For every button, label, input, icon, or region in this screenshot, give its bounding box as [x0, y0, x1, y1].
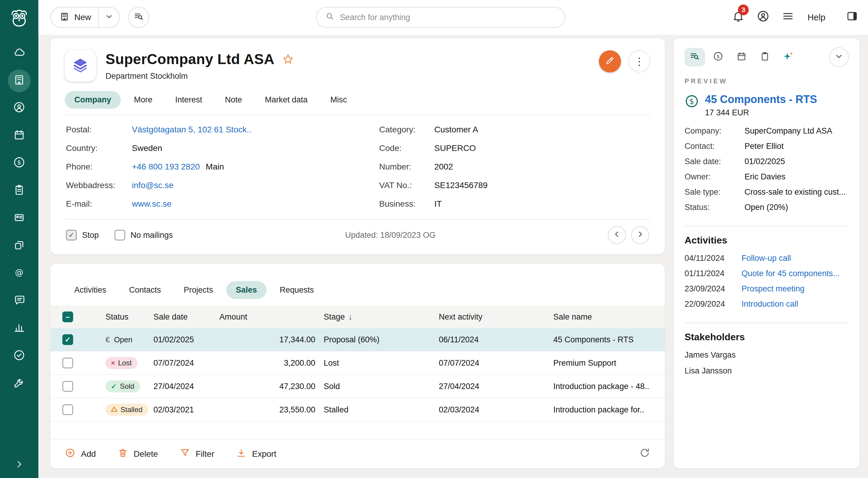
- panel-tab-calendar[interactable]: [731, 48, 752, 67]
- tab-activities[interactable]: Activities: [65, 281, 116, 299]
- new-dropdown-button[interactable]: [98, 7, 119, 27]
- activity-link[interactable]: Follow-up call: [742, 254, 791, 263]
- tab-projects[interactable]: Projects: [174, 281, 223, 299]
- status-cell: ✓Sold: [96, 380, 153, 392]
- tab-company[interactable]: Company: [65, 91, 121, 109]
- sale-type-value: Cross-sale to existing cust...: [745, 187, 849, 197]
- field-label: E-mail:: [66, 199, 132, 209]
- sidebar-item-settings[interactable]: [8, 373, 31, 395]
- sidebar-item-companies[interactable]: [8, 69, 31, 92]
- refresh-icon: [639, 447, 650, 460]
- sidebar-item-contacts[interactable]: [8, 97, 31, 120]
- column-header-sale-name[interactable]: Sale name: [552, 312, 653, 322]
- activity-link[interactable]: Prospect meeting: [742, 284, 804, 294]
- previous-record-button[interactable]: [608, 226, 626, 244]
- column-header-stage[interactable]: Stage↓: [315, 312, 435, 322]
- table-row[interactable]: ✓Sold 27/04/2024 47,230.00 Sold 27/04/20…: [50, 375, 665, 398]
- email-link[interactable]: www.sc.se: [132, 199, 172, 209]
- row-checkbox[interactable]: [62, 404, 73, 415]
- row-checkbox[interactable]: ✓: [62, 334, 73, 345]
- sidebar-expand-button[interactable]: [14, 459, 25, 472]
- webaddress-link[interactable]: info@sc.se: [132, 181, 174, 190]
- find-button[interactable]: [128, 7, 149, 28]
- next-activity-cell: 07/07/2024: [435, 358, 552, 368]
- company-title: SuperCompany Ltd ASA: [105, 51, 275, 67]
- edit-button[interactable]: [599, 50, 621, 72]
- notifications-button[interactable]: 3: [732, 10, 745, 25]
- contact-link[interactable]: Peter Elliot: [745, 142, 849, 151]
- ellipsis-vertical-icon: ⋮: [634, 56, 644, 67]
- column-header-next-activity[interactable]: Next activity: [435, 312, 552, 322]
- account-button[interactable]: [756, 9, 770, 25]
- company-subtitle: Department Stockholm: [105, 72, 294, 81]
- column-header-amount[interactable]: Amount: [219, 312, 315, 322]
- topbar-right: 3 Help: [732, 9, 859, 25]
- table-row[interactable]: ✓ €Open 01/02/2025 17,344.00 Proposal (6…: [50, 328, 665, 352]
- menu-button[interactable]: [782, 10, 794, 25]
- column-header-sale-date[interactable]: Sale date: [153, 312, 219, 322]
- sidebar-item-marketing[interactable]: [8, 345, 31, 368]
- code-value: SUPERCO: [434, 143, 476, 153]
- delete-button[interactable]: Delete: [118, 447, 158, 460]
- sidebar-item-projects[interactable]: [8, 180, 31, 202]
- tab-sales[interactable]: Sales: [226, 281, 267, 299]
- column-header-status[interactable]: Status: [96, 312, 153, 322]
- refresh-button[interactable]: [639, 447, 650, 460]
- table-row[interactable]: Stalled 02/03/2021 23,550.00 Stalled 02/…: [50, 398, 665, 422]
- tab-misc[interactable]: Misc: [321, 91, 357, 109]
- select-all-checkbox[interactable]: –: [62, 311, 73, 322]
- help-link[interactable]: Help: [807, 12, 826, 23]
- sidebar-item-diary[interactable]: [8, 125, 31, 147]
- section-tabs: Activities Contacts Projects Sales Reque…: [50, 273, 665, 306]
- sale-fields: Company:SuperCompany Ltd ASA Contact:Pet…: [685, 126, 849, 218]
- sidebar-item-dashboard[interactable]: [8, 42, 31, 65]
- activity-link[interactable]: Introduction call: [742, 300, 798, 309]
- panel-toggle-button[interactable]: [846, 10, 859, 25]
- search-box[interactable]: [316, 7, 565, 28]
- sidebar-item-sales[interactable]: $: [8, 152, 31, 175]
- next-record-button[interactable]: [631, 226, 649, 244]
- company-avatar: [65, 50, 96, 81]
- company-link[interactable]: SuperCompany Ltd ASA: [745, 126, 849, 136]
- activities-heading: Activities: [685, 235, 849, 246]
- sidebar-item-documents[interactable]: [8, 235, 31, 258]
- chevron-right-icon: [14, 459, 25, 472]
- panel-tab-preview[interactable]: [685, 48, 705, 67]
- search-input[interactable]: [340, 13, 556, 22]
- row-checkbox[interactable]: [62, 357, 73, 368]
- sale-title-link[interactable]: 45 Components - RTS: [705, 93, 817, 106]
- tab-contacts[interactable]: Contacts: [120, 281, 171, 299]
- new-button-group: New: [50, 7, 120, 28]
- tab-requests[interactable]: Requests: [270, 281, 323, 299]
- tab-market-data[interactable]: Market data: [255, 91, 317, 109]
- panel-tab-sales[interactable]: $: [708, 48, 728, 67]
- row-checkbox[interactable]: [62, 381, 73, 392]
- new-button[interactable]: New: [51, 7, 98, 27]
- status-cell: €Open: [96, 335, 153, 344]
- panel-tab-ai[interactable]: [778, 48, 799, 67]
- phone-link[interactable]: +46 800 193 2820: [132, 162, 200, 172]
- download-icon: [236, 447, 247, 460]
- sidebar-item-selections[interactable]: [8, 207, 31, 230]
- sidebar-item-chat[interactable]: [8, 290, 31, 313]
- notification-badge: 3: [738, 4, 749, 15]
- table-row[interactable]: ×Lost 07/07/2024 3,200.00 Lost 07/07/202…: [50, 352, 665, 375]
- activity-link[interactable]: Quote for 45 components...: [742, 269, 839, 278]
- stop-checkbox[interactable]: ✓: [66, 230, 77, 240]
- postal-link[interactable]: Västgötagatan 5, 102 61 Stock..: [132, 125, 251, 134]
- sidebar-item-mailings[interactable]: @: [8, 262, 31, 285]
- panel-tab-notes[interactable]: [755, 48, 775, 67]
- favorite-star-icon[interactable]: [282, 53, 294, 66]
- more-options-button[interactable]: ⋮: [628, 50, 650, 72]
- add-button[interactable]: Add: [65, 447, 96, 460]
- tab-interest[interactable]: Interest: [166, 91, 212, 109]
- tab-note[interactable]: Note: [216, 91, 252, 109]
- sidebar-item-reports[interactable]: [8, 317, 31, 340]
- filter-button[interactable]: Filter: [180, 447, 214, 460]
- panel-collapse-button[interactable]: [829, 47, 849, 67]
- status-cell: ×Lost: [96, 357, 153, 369]
- export-button[interactable]: Export: [236, 447, 276, 460]
- tab-more[interactable]: More: [124, 91, 162, 109]
- svg-text:@: @: [15, 268, 23, 277]
- no-mailings-checkbox[interactable]: [115, 230, 125, 240]
